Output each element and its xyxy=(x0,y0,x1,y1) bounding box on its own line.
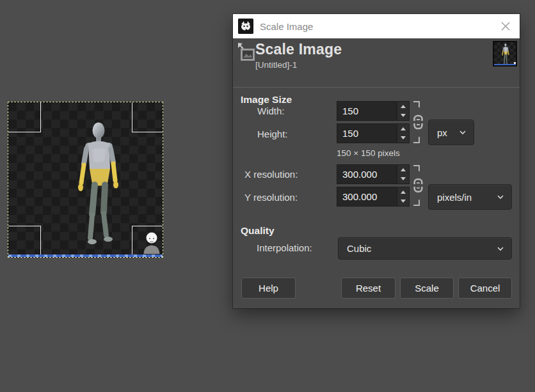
chevron-down-icon xyxy=(497,194,504,200)
height-input[interactable] xyxy=(337,124,397,143)
y-resolution-input[interactable] xyxy=(337,187,397,206)
interpolation-label: Interpolation: xyxy=(257,242,312,253)
scale-image-icon xyxy=(237,42,256,63)
y-res-spin-down-button[interactable] xyxy=(397,197,409,207)
person-icon xyxy=(143,231,161,254)
x-resolution-input[interactable] xyxy=(337,165,397,184)
width-spinbox xyxy=(337,101,410,121)
window-title: Scale Image xyxy=(260,21,313,32)
arrow-down-icon xyxy=(401,177,406,180)
height-spinner xyxy=(397,124,409,143)
arrow-up-icon xyxy=(401,191,406,194)
image-size-heading: Image Size xyxy=(241,94,292,106)
chevron-down-icon xyxy=(459,130,467,135)
x-res-spin-down-button[interactable] xyxy=(397,175,409,184)
image-thumbnail xyxy=(493,41,517,67)
width-spinner xyxy=(397,102,409,120)
unit-dropdown-value: px xyxy=(429,127,447,138)
arrow-down-icon xyxy=(401,200,406,203)
scale-handle-top-right[interactable] xyxy=(132,102,163,132)
height-spinbox xyxy=(337,123,410,143)
resolution-unit-dropdown[interactable]: pixels/in xyxy=(428,184,512,210)
interpolation-dropdown[interactable]: Cubic xyxy=(338,237,512,260)
arrow-up-icon xyxy=(401,105,406,108)
x-resolution-label: X resolution: xyxy=(244,169,298,180)
scale-handle-top-left[interactable] xyxy=(8,102,41,132)
close-icon xyxy=(499,20,512,33)
arrow-up-icon xyxy=(401,127,406,130)
scale-image-dialog: Scale Image Scale Image [Untitled]-1 Ima… xyxy=(233,14,520,308)
canvas-bottom-guide xyxy=(8,255,163,257)
dialog-titlebar[interactable]: Scale Image xyxy=(233,14,520,38)
thumbnail-guide-line xyxy=(494,64,516,65)
y-resolution-spinbox xyxy=(337,187,410,207)
x-res-spin-up-button[interactable] xyxy=(397,165,409,175)
help-button[interactable]: Help xyxy=(241,278,296,299)
pixel-dimensions-note: 150 × 150 pixels xyxy=(337,148,400,158)
thumbnail-corner-dot xyxy=(514,62,516,64)
height-label: Height: xyxy=(257,129,288,139)
canvas-transparency-checker xyxy=(8,102,163,257)
arrow-up-icon xyxy=(401,168,406,171)
height-spin-down-button[interactable] xyxy=(397,134,409,143)
dialog-subtitle: [Untitled]-1 xyxy=(255,60,297,70)
dialog-title: Scale Image xyxy=(255,41,342,58)
dimension-chain-link-toggle[interactable] xyxy=(411,100,425,145)
x-resolution-spinbox xyxy=(337,164,410,184)
width-spin-down-button[interactable] xyxy=(397,111,409,121)
arrow-down-icon xyxy=(401,114,406,117)
width-spin-up-button[interactable] xyxy=(397,102,409,111)
width-label: Width: xyxy=(257,106,285,116)
cancel-button[interactable]: Cancel xyxy=(458,278,512,299)
scale-handle-bottom-left[interactable] xyxy=(8,226,41,255)
unit-dropdown[interactable]: px xyxy=(428,120,474,145)
height-spin-up-button[interactable] xyxy=(397,124,409,134)
scale-button[interactable]: Scale xyxy=(400,278,454,299)
image-content-mannequin xyxy=(70,122,123,246)
reset-button[interactable]: Reset xyxy=(341,278,395,299)
arrow-down-icon xyxy=(401,136,406,139)
interpolation-value: Cubic xyxy=(339,243,371,254)
close-button[interactable] xyxy=(491,14,520,38)
x-resolution-spinner xyxy=(397,165,409,184)
resolution-unit-value: pixels/in xyxy=(429,192,472,203)
image-canvas[interactable] xyxy=(8,102,163,258)
dialog-header: Scale Image [Untitled]-1 xyxy=(233,38,520,88)
y-resolution-label: Y resolution: xyxy=(244,192,298,203)
resolution-chain-link-toggle[interactable] xyxy=(411,164,425,207)
gimp-wilber-icon xyxy=(238,19,253,34)
y-resolution-spinner xyxy=(397,187,409,206)
quality-heading: Quality xyxy=(241,225,275,237)
width-input[interactable] xyxy=(337,102,397,120)
chevron-down-icon xyxy=(497,246,504,251)
y-res-spin-up-button[interactable] xyxy=(397,187,409,197)
